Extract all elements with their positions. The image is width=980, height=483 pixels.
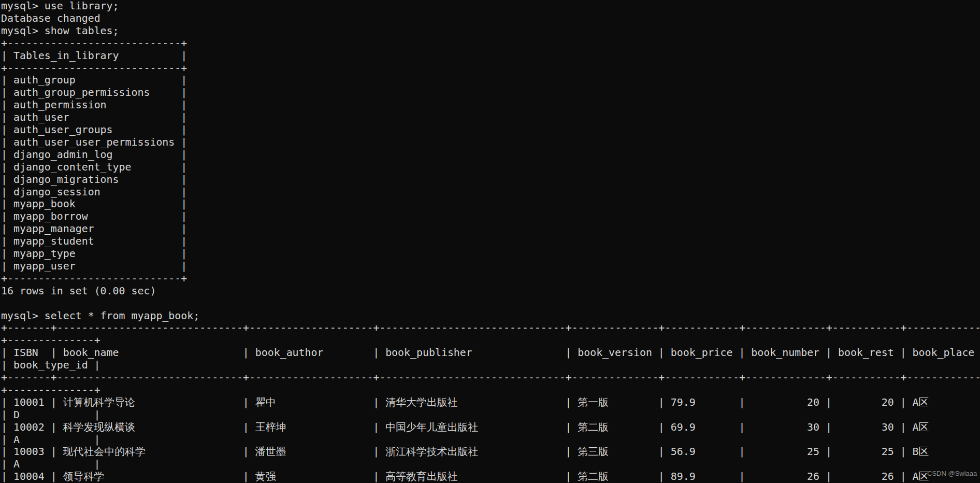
- table-header-cell: book_type_id: [13, 359, 88, 372]
- table-pipe: |: [739, 421, 745, 434]
- table-pipe: |: [243, 421, 249, 434]
- table-pipe: |: [51, 471, 57, 483]
- table-pipe: |: [94, 434, 100, 446]
- table-row: | auth_user |: [1, 111, 187, 124]
- table-row: | myapp_type |: [1, 248, 187, 260]
- table-pipe: |: [658, 396, 665, 409]
- table-pipe: |: [51, 396, 57, 409]
- table-pipe: |: [1, 471, 7, 483]
- table-pipe: |: [51, 347, 57, 359]
- table-header-cell: book_author: [255, 347, 367, 359]
- table-pipe: |: [1, 359, 7, 372]
- table-pipe: |: [243, 347, 249, 359]
- table-row-cell: 王梓坤: [255, 421, 367, 434]
- table-header-cell: book_price: [671, 347, 733, 359]
- command-line: mysql> use library;: [1, 0, 119, 12]
- table-pipe: |: [373, 471, 379, 483]
- table-pipe: |: [658, 446, 665, 458]
- table-row-cell: 科学发现纵横谈: [63, 421, 237, 434]
- table-header-cell: book_name: [63, 347, 237, 359]
- command-line: mysql> show tables;: [1, 25, 119, 37]
- table-border-wrap: +--------------+: [1, 334, 100, 347]
- table-pipe: |: [826, 347, 832, 359]
- table-row: | myapp_manager |: [1, 223, 187, 235]
- table-pipe: |: [243, 471, 249, 483]
- table-row-cell: 浙江科学技术出版社: [385, 446, 559, 458]
- table-header-cell: book_version: [578, 347, 652, 359]
- table-row-cell: 25: [838, 446, 894, 458]
- table-pipe: |: [1, 446, 7, 458]
- table-row-cell: 20: [751, 396, 819, 409]
- table-row-cell: 79.9: [671, 396, 733, 409]
- table-row-cell: 10002: [13, 421, 45, 434]
- table-row-cell: 第二版: [578, 421, 652, 434]
- table-row-cell: B区: [913, 446, 975, 458]
- table-row-cell: 10001: [13, 396, 45, 409]
- table-row-cell: 26: [751, 471, 819, 483]
- table-pipe: |: [900, 471, 906, 483]
- table-border: +-------+------------------------------+…: [1, 322, 980, 334]
- mysql-terminal[interactable]: CSDN @Swlaaa mysql> use library;Database…: [0, 0, 980, 483]
- table-row-cell: 清华大学出版社: [385, 396, 559, 409]
- table-row-cell: A: [13, 458, 88, 471]
- table-pipe: |: [1, 434, 7, 446]
- table-pipe: |: [373, 347, 379, 359]
- table-row-cell: 69.9: [671, 421, 733, 434]
- table-row: | myapp_student |: [1, 235, 187, 248]
- table-border: +----------------------------+: [1, 273, 187, 285]
- table-row-cell: 第三版: [578, 446, 652, 458]
- table-row: | django_content_type |: [1, 161, 187, 174]
- table-pipe: |: [51, 446, 57, 458]
- table-row-cell: A区: [913, 421, 975, 434]
- table-pipe: |: [51, 421, 57, 434]
- table-border: +----------------------------+: [1, 62, 187, 75]
- table-pipe: |: [565, 421, 571, 434]
- table-row-cell: 30: [751, 421, 819, 434]
- table-pipe: |: [373, 396, 379, 409]
- table-pipe: |: [739, 396, 745, 409]
- table-pipe: |: [900, 421, 906, 434]
- table-pipe: |: [373, 446, 379, 458]
- table-pipe: |: [826, 446, 832, 458]
- command-line: mysql> select * from myapp_book;: [1, 310, 199, 322]
- table-row: | myapp_borrow |: [1, 210, 187, 223]
- table-pipe: |: [826, 396, 832, 409]
- table-pipe: |: [565, 471, 571, 483]
- table-pipe: |: [739, 471, 745, 483]
- table-header-cell: book_publisher: [385, 347, 559, 359]
- table-pipe: |: [739, 446, 745, 458]
- table-pipe: |: [1, 347, 7, 359]
- table-row-cell: 第二版: [578, 471, 652, 483]
- table-row-cell: A区: [913, 396, 975, 409]
- table-pipe: |: [94, 409, 100, 421]
- table-row: | auth_user_groups |: [1, 124, 187, 136]
- table-header: | Tables_in_library |: [1, 50, 187, 62]
- table-row-cell: 89.9: [671, 471, 733, 483]
- table-row: | auth_permission |: [1, 99, 187, 111]
- table-row: | django_migrations |: [1, 174, 187, 186]
- table-pipe: |: [900, 396, 906, 409]
- table-row-cell: 第一版: [578, 396, 652, 409]
- table-pipe: |: [243, 396, 249, 409]
- table-pipe: |: [565, 396, 571, 409]
- table-row-cell: 10004: [13, 471, 45, 483]
- table-pipe: |: [826, 471, 832, 483]
- table-row-cell: 10003: [13, 446, 45, 458]
- table-row-cell: 瞿中: [255, 396, 367, 409]
- table-pipe: |: [243, 446, 249, 458]
- table-row: | auth_group |: [1, 74, 187, 87]
- table-pipe: |: [94, 458, 100, 471]
- table-border: +-------+------------------------------+…: [1, 372, 980, 384]
- table-pipe: |: [658, 347, 665, 359]
- table-pipe: |: [900, 347, 906, 359]
- table-pipe: |: [1, 458, 7, 471]
- table-pipe: |: [1, 396, 7, 409]
- table-header-cell: book_rest: [838, 347, 894, 359]
- table-row-cell: 高等教育出版社: [385, 471, 559, 483]
- table-row-cell: D: [13, 409, 88, 421]
- rows-summary: 16 rows in set (0.00 sec): [1, 285, 156, 297]
- table-row-cell: 潘世墨: [255, 446, 367, 458]
- table-row: | django_admin_log |: [1, 149, 187, 161]
- table-row-cell: 25: [751, 446, 819, 458]
- output-line: Database changed: [1, 12, 100, 25]
